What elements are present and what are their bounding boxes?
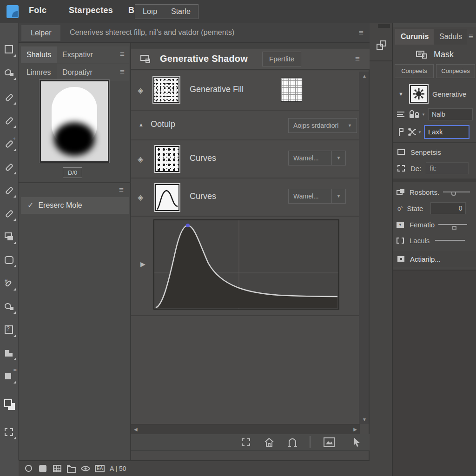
- shuffle-icon[interactable]: [408, 128, 417, 136]
- path-select-tool-icon[interactable]: [4, 301, 15, 312]
- curves2-dropdown-arrow[interactable]: ▼: [332, 189, 346, 204]
- visibility-toggle-icon[interactable]: ◈: [138, 193, 143, 202]
- shape-tool-icon[interactable]: ?: [4, 324, 15, 336]
- healing-brush-tool-icon[interactable]: [4, 92, 15, 103]
- scroll-right-icon[interactable]: ▶: [353, 427, 357, 432]
- histogram-curve-graph[interactable]: [153, 219, 339, 310]
- collapsed-layers-panel-icon[interactable]: [376, 40, 388, 52]
- lasso-tool-icon[interactable]: [4, 67, 15, 79]
- section-row-ootulp[interactable]: ▲ Ootulp Aojps srdardiorl ▼: [131, 111, 360, 140]
- left-tab-exspativr[interactable]: Exspativr: [57, 46, 129, 63]
- slider-handle[interactable]: [451, 192, 456, 196]
- move-tool-icon[interactable]: [4, 231, 15, 243]
- clone-stamp-tool-icon[interactable]: °: [4, 139, 15, 150]
- cursor-icon[interactable]: [353, 437, 361, 447]
- layer-row-generative-fill[interactable]: ◈ Generative Fill: [131, 71, 360, 111]
- scroll-up-icon[interactable]: ▲: [362, 73, 367, 79]
- slider-handle[interactable]: [452, 226, 456, 230]
- dropdown-arrow-icon[interactable]: ▼: [418, 130, 422, 134]
- layer-thumbnail[interactable]: [410, 85, 428, 103]
- actiarilp-row[interactable]: Actiarilp...: [393, 251, 476, 267]
- dashed-selection-icon[interactable]: [242, 438, 250, 446]
- pen-tool-icon[interactable]: [4, 208, 15, 219]
- menu-starpectes[interactable]: Starpectes: [69, 6, 113, 15]
- curves2-dropdown[interactable]: Wamel...: [288, 189, 332, 204]
- status-eye-icon[interactable]: [81, 465, 90, 473]
- curve-shape-thumbnail[interactable]: [155, 184, 179, 211]
- scroll-down-icon[interactable]: ▼: [362, 417, 367, 422]
- mask-grid-thumbnail[interactable]: [281, 78, 302, 102]
- curves1-dropdown[interactable]: Wamel...: [288, 151, 332, 165]
- state-value-field[interactable]: 0: [430, 202, 466, 214]
- panel-menu-icon[interactable]: ≡: [355, 55, 360, 63]
- laculs-slider[interactable]: [435, 240, 465, 241]
- conpeets-button[interactable]: Conpeets: [395, 64, 434, 78]
- thumbnail-badge[interactable]: D/0: [63, 167, 82, 178]
- status-shape-icon[interactable]: [39, 465, 46, 472]
- eraser-tool-icon[interactable]: [4, 162, 15, 173]
- crop-tool-icon[interactable]: [4, 255, 15, 266]
- status-circle-icon[interactable]: [25, 465, 32, 472]
- vertical-scrollbar[interactable]: ▲ ▼: [359, 72, 369, 424]
- layer-row-curves-2[interactable]: ◈ Curves Wamel... ▼: [131, 178, 360, 217]
- marquee-tool-icon[interactable]: [4, 44, 15, 55]
- menu-file[interactable]: Folc: [29, 6, 46, 15]
- menubar-button-loip[interactable]: Loıp: [135, 4, 165, 19]
- nalb-field[interactable]: Nalb: [428, 108, 473, 120]
- right-tab-saduls[interactable]: Saduls: [434, 29, 467, 45]
- mode-row[interactable]: ✓Ereserc Mole: [21, 197, 129, 214]
- curves-thumbnail[interactable]: [155, 146, 179, 172]
- left-tab2-menu-icon[interactable]: ≡: [120, 68, 125, 76]
- layer-row-curves-1[interactable]: ◈ Curves Wamel... ▼: [131, 140, 360, 178]
- ootulp-dropdown[interactable]: Aojps srdardiorl ▼: [288, 118, 357, 133]
- arch-upload-icon[interactable]: [287, 437, 298, 447]
- options-menu-icon[interactable]: ≡: [359, 29, 364, 37]
- expand-icon[interactable]: ▶: [140, 260, 145, 268]
- scroll-left-icon[interactable]: ◀: [134, 427, 138, 432]
- left-tab-dorpatiyr[interactable]: Dorpatiyr: [57, 64, 129, 81]
- chevron-down-icon[interactable]: ▼: [398, 91, 403, 97]
- color-swatches-icon[interactable]: [4, 399, 15, 410]
- conpecies-button[interactable]: Conpecies: [436, 64, 475, 78]
- brush-tool-icon[interactable]: [4, 115, 15, 126]
- zoom-tool-icon[interactable]: [4, 371, 15, 382]
- list-icon[interactable]: [397, 111, 405, 118]
- senpetsis-row[interactable]: Senpetsis: [393, 144, 476, 160]
- options-tab-lelper[interactable]: Lelper: [21, 25, 60, 41]
- horizontal-scrollbar[interactable]: ◀ ▶: [131, 424, 360, 434]
- fematio-slider[interactable]: [438, 224, 467, 225]
- dropdown-arrow-icon[interactable]: ▼: [422, 112, 425, 117]
- flag-icon[interactable]: [398, 127, 404, 137]
- left-section-menu-icon[interactable]: ≡: [119, 186, 124, 194]
- type-tool-icon[interactable]: #: [4, 278, 15, 289]
- generative-fill-layer-row[interactable]: ▼ Generative Fi: [393, 82, 476, 106]
- curves1-dropdown-arrow[interactable]: ▼: [332, 151, 346, 165]
- visibility-toggle-icon[interactable]: ◈: [138, 86, 143, 95]
- left-tab1-menu-icon[interactable]: ≡: [120, 50, 125, 58]
- menubar-button-starle[interactable]: Starle: [164, 4, 198, 19]
- status-grid-icon[interactable]: [53, 465, 61, 472]
- de-row[interactable]: De: fit:: [393, 160, 476, 177]
- hand-tool-icon[interactable]: [4, 348, 15, 359]
- visibility-toggle-icon[interactable]: ◈: [138, 155, 143, 164]
- collapse-icon[interactable]: ▲: [139, 122, 144, 127]
- rosborts-slider[interactable]: [443, 192, 470, 192]
- status-ea-badge[interactable]: EA: [95, 465, 105, 472]
- image-icon[interactable]: [324, 437, 335, 447]
- right-panel-menu-icon[interactable]: ≡: [469, 33, 473, 40]
- quick-mask-icon[interactable]: [4, 427, 15, 438]
- right-tab-curunis[interactable]: Curunis: [395, 29, 434, 45]
- laxk-input[interactable]: Laxk: [424, 125, 469, 139]
- status-folder-icon[interactable]: [67, 465, 76, 473]
- de-value-field[interactable]: fit:: [426, 162, 469, 174]
- pencil-tool-icon[interactable]: [4, 185, 15, 196]
- generative-fill-thumbnail[interactable]: [153, 77, 179, 103]
- app-logo-icon[interactable]: [7, 5, 19, 18]
- left-tab-shaluts[interactable]: Shaluts: [21, 46, 57, 63]
- left-tab-linnres[interactable]: Linnres: [21, 64, 56, 81]
- document-thumbnail[interactable]: [40, 80, 109, 163]
- home-icon[interactable]: [264, 437, 274, 447]
- panel-tab-fpertlite[interactable]: Fpertlite: [262, 52, 301, 66]
- bracket-square-icon: [397, 238, 404, 244]
- lock-pair-icon[interactable]: [409, 110, 421, 119]
